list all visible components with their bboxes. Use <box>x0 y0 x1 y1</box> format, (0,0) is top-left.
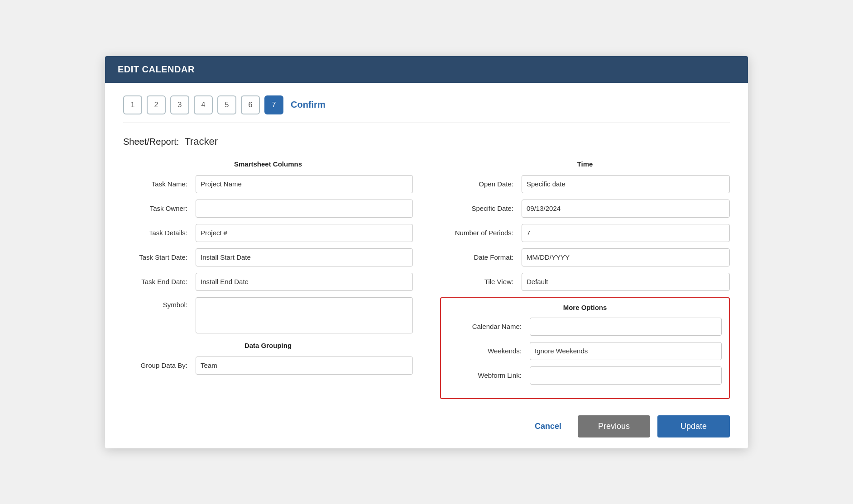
weekends-label: Weekends: <box>448 347 525 355</box>
step-7-button[interactable]: 7 <box>264 95 283 114</box>
task-owner-label: Task Owner: <box>123 204 191 212</box>
weekends-input[interactable] <box>530 342 722 360</box>
date-format-input[interactable] <box>522 248 730 266</box>
task-owner-input[interactable] <box>196 200 413 218</box>
task-name-label: Task Name: <box>123 180 191 188</box>
tile-view-label: Tile View: <box>440 278 517 285</box>
step-3-button[interactable]: 3 <box>170 95 189 114</box>
date-format-row: Date Format: <box>440 248 730 266</box>
left-column: Smartsheet Columns Task Name: Task Owner… <box>123 160 413 399</box>
number-of-periods-label: Number of Periods: <box>440 229 517 237</box>
previous-button[interactable]: Previous <box>578 415 650 437</box>
more-options-header: More Options <box>448 304 722 311</box>
step-1-button[interactable]: 1 <box>123 95 142 114</box>
task-end-date-label: Task End Date: <box>123 278 191 285</box>
task-details-label: Task Details: <box>123 229 191 237</box>
modal-footer: Cancel Previous Update <box>105 408 748 448</box>
task-owner-row: Task Owner: <box>123 200 413 218</box>
number-of-periods-input[interactable] <box>522 224 730 242</box>
webform-link-row: Webform Link: <box>448 366 722 385</box>
tile-view-input[interactable] <box>522 273 730 291</box>
more-options-box: More Options Calendar Name: Weekends: <box>440 297 730 399</box>
task-end-date-input[interactable] <box>196 273 413 291</box>
step-6-button[interactable]: 6 <box>241 95 260 114</box>
right-column: Time Open Date: Specific Date: Number of… <box>440 160 730 399</box>
open-date-input[interactable] <box>522 175 730 193</box>
number-of-periods-row: Number of Periods: <box>440 224 730 242</box>
group-data-by-label: Group Data By: <box>123 361 191 369</box>
sheet-report-label: Sheet/Report: <box>123 137 179 147</box>
specific-date-input[interactable] <box>522 200 730 218</box>
task-name-row: Task Name: <box>123 175 413 193</box>
group-data-by-row: Group Data By: <box>123 357 413 375</box>
calendar-name-label: Calendar Name: <box>448 323 525 330</box>
specific-date-row: Specific Date: <box>440 200 730 218</box>
symbol-row: Symbol: <box>123 297 413 333</box>
sheet-report-row: Sheet/Report: Tracker <box>123 136 730 147</box>
time-header: Time <box>440 160 730 168</box>
sheet-report-value: Tracker <box>184 136 218 147</box>
task-start-date-input[interactable] <box>196 248 413 266</box>
tile-view-row: Tile View: <box>440 273 730 291</box>
date-format-label: Date Format: <box>440 253 517 261</box>
webform-link-label: Webform Link: <box>448 371 525 379</box>
step-4-button[interactable]: 4 <box>194 95 213 114</box>
calendar-name-row: Calendar Name: <box>448 318 722 336</box>
open-date-row: Open Date: <box>440 175 730 193</box>
task-start-date-row: Task Start Date: <box>123 248 413 266</box>
open-date-label: Open Date: <box>440 180 517 188</box>
task-details-row: Task Details: <box>123 224 413 242</box>
data-grouping-header: Data Grouping <box>123 342 413 349</box>
smartsheet-columns-header: Smartsheet Columns <box>123 160 413 168</box>
confirm-label: Confirm <box>291 100 326 110</box>
content-area: Smartsheet Columns Task Name: Task Owner… <box>123 160 730 399</box>
task-end-date-row: Task End Date: <box>123 273 413 291</box>
update-button[interactable]: Update <box>657 415 730 437</box>
calendar-name-input[interactable] <box>530 318 722 336</box>
task-details-input[interactable] <box>196 224 413 242</box>
modal-title: EDIT CALENDAR <box>118 64 195 74</box>
group-data-by-input[interactable] <box>196 357 413 375</box>
modal-header: EDIT CALENDAR <box>105 56 748 83</box>
task-name-input[interactable] <box>196 175 413 193</box>
task-start-date-label: Task Start Date: <box>123 253 191 261</box>
divider <box>123 123 730 123</box>
cancel-button[interactable]: Cancel <box>526 416 570 437</box>
specific-date-label: Specific Date: <box>440 204 517 212</box>
symbol-input[interactable] <box>196 297 413 333</box>
symbol-label: Symbol: <box>123 301 191 309</box>
modal-body: 1 2 3 4 5 6 7 Confirm Sheet/Report: Trac… <box>105 83 748 408</box>
more-options-section: More Options Calendar Name: Weekends: <box>440 297 730 399</box>
weekends-row: Weekends: <box>448 342 722 360</box>
webform-link-input[interactable] <box>530 366 722 385</box>
edit-calendar-modal: EDIT CALENDAR 1 2 3 4 5 6 7 Confirm Shee… <box>105 56 748 448</box>
steps-row: 1 2 3 4 5 6 7 Confirm <box>123 95 730 114</box>
step-2-button[interactable]: 2 <box>147 95 166 114</box>
step-5-button[interactable]: 5 <box>217 95 236 114</box>
